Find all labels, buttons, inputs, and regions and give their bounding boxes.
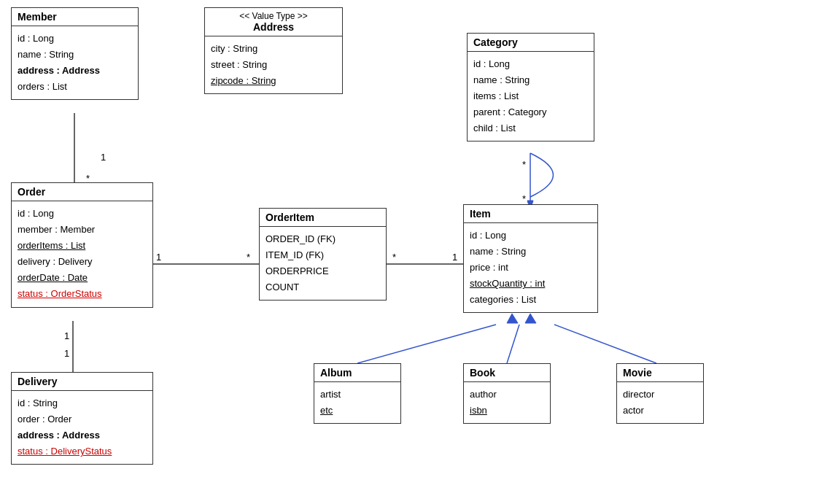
- album-body: artist etc: [314, 382, 400, 423]
- label-member-order-star: *: [86, 173, 90, 184]
- book-box: Book author isbn: [463, 363, 551, 424]
- label-member-order-1: 1: [101, 152, 106, 163]
- item-field-name: name : String: [470, 244, 592, 260]
- delivery-field-address: address : Address: [18, 427, 147, 443]
- label-order-delivery-1b: 1: [64, 348, 69, 359]
- movie-title: Movie: [617, 364, 703, 382]
- album-field-etc: etc: [320, 403, 395, 419]
- category-field-id: id : Long: [473, 56, 588, 72]
- label-category-item-star2: *: [522, 193, 526, 204]
- category-body: id : Long name : String items : List par…: [468, 52, 594, 141]
- order-field-id: id : Long: [18, 206, 147, 222]
- book-body: author isbn: [464, 382, 550, 423]
- label-order-delivery-1a: 1: [64, 330, 69, 341]
- orderitem-title: OrderItem: [260, 209, 386, 227]
- address-body: city : String street : String zipcode : …: [205, 36, 342, 93]
- item-field-stockquantity: stockQuantity : int: [470, 276, 592, 292]
- delivery-field-id: id : String: [18, 395, 147, 411]
- movie-field-director: director: [623, 387, 697, 403]
- member-field-name: name : String: [18, 47, 132, 63]
- item-box: Item id : Long name : String price : int…: [463, 204, 598, 313]
- delivery-title: Delivery: [12, 373, 152, 391]
- order-field-orderitems: orderItems : List: [18, 238, 147, 254]
- order-field-member: member : Member: [18, 222, 147, 238]
- address-stereotype: << Value Type >>: [211, 11, 336, 21]
- book-title: Book: [464, 364, 550, 382]
- order-box: Order id : Long member : Member orderIte…: [11, 182, 153, 308]
- address-field-zipcode: zipcode : String: [211, 73, 336, 89]
- orderitem-field-itemid: ITEM_ID (FK): [265, 247, 380, 263]
- category-title: Category: [468, 34, 594, 52]
- album-title: Album: [314, 364, 400, 382]
- label-order-orderitem-star: *: [247, 252, 250, 263]
- orderitem-field-count: COUNT: [265, 279, 380, 295]
- item-body: id : Long name : String price : int stoc…: [464, 223, 597, 312]
- member-box: Member id : Long name : String address :…: [11, 7, 139, 100]
- label-category-item-star1: *: [522, 159, 526, 170]
- delivery-field-order: order : Order: [18, 411, 147, 427]
- orderitem-field-orderid: ORDER_ID (FK): [265, 231, 380, 247]
- order-title: Order: [12, 183, 152, 201]
- label-orderitem-item-star: *: [392, 252, 396, 263]
- album-box: Album artist etc: [314, 363, 401, 424]
- book-field-author: author: [470, 387, 544, 403]
- movie-box: Movie director actor: [616, 363, 704, 424]
- order-body: id : Long member : Member orderItems : L…: [12, 201, 152, 307]
- label-order-orderitem-1: 1: [156, 252, 161, 263]
- order-field-status: status : OrderStatus: [18, 286, 147, 302]
- address-title: << Value Type >> Address: [205, 8, 342, 36]
- address-field-street: street : String: [211, 57, 336, 73]
- member-field-orders: orders : List: [18, 79, 132, 95]
- item-title: Item: [464, 205, 597, 223]
- svg-line-7: [554, 325, 656, 363]
- order-field-orderdate: orderDate : Date: [18, 270, 147, 286]
- movie-field-actor: actor: [623, 403, 697, 419]
- member-title: Member: [12, 8, 138, 26]
- movie-body: director actor: [617, 382, 703, 423]
- order-field-delivery: delivery : Delivery: [18, 254, 147, 270]
- item-field-price: price : int: [470, 260, 592, 276]
- address-name: Address: [253, 21, 294, 33]
- member-field-id: id : Long: [18, 31, 132, 47]
- address-field-city: city : String: [211, 41, 336, 57]
- delivery-body: id : String order : Order address : Addr…: [12, 391, 152, 464]
- category-field-child: child : List: [473, 120, 588, 136]
- album-field-artist: artist: [320, 387, 395, 403]
- svg-line-5: [357, 325, 496, 363]
- svg-marker-9: [525, 314, 536, 323]
- category-field-parent: parent : Category: [473, 104, 588, 120]
- svg-marker-8: [507, 314, 518, 323]
- delivery-box: Delivery id : String order : Order addre…: [11, 372, 153, 465]
- orderitem-body: ORDER_ID (FK) ITEM_ID (FK) ORDERPRICE CO…: [260, 227, 386, 300]
- svg-line-6: [507, 325, 519, 363]
- label-orderitem-item-1: 1: [452, 252, 457, 263]
- uml-diagram: Member id : Long name : String address :…: [0, 0, 822, 504]
- category-field-name: name : String: [473, 72, 588, 88]
- member-body: id : Long name : String address : Addres…: [12, 26, 138, 99]
- book-field-isbn: isbn: [470, 403, 544, 419]
- item-field-id: id : Long: [470, 228, 592, 244]
- orderitem-box: OrderItem ORDER_ID (FK) ITEM_ID (FK) ORD…: [259, 208, 387, 301]
- delivery-field-status: status : DeliveryStatus: [18, 443, 147, 460]
- category-box: Category id : Long name : String items :…: [467, 33, 594, 141]
- orderitem-field-orderprice: ORDERPRICE: [265, 263, 380, 279]
- member-field-address: address : Address: [18, 63, 132, 79]
- item-field-categories: categories : List: [470, 292, 592, 308]
- category-field-items: items : List: [473, 88, 588, 104]
- address-box: << Value Type >> Address city : String s…: [204, 7, 343, 94]
